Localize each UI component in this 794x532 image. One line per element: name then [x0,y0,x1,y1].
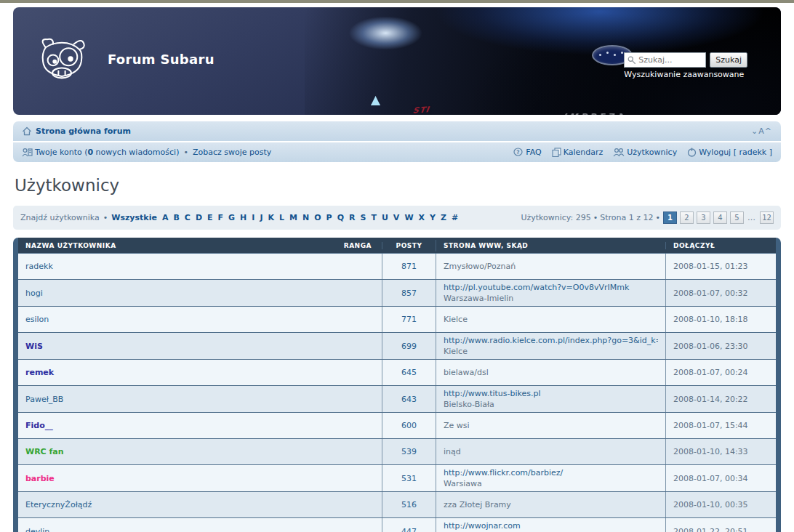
username-link[interactable]: Fido__ [25,421,53,430]
username-link[interactable]: WiS [25,342,43,351]
page-link[interactable]: 2 [680,211,694,224]
logout-link[interactable]: Wyloguj [ radekk ] [687,148,772,157]
letter-link[interactable]: # [452,213,458,222]
joined-date: 2008-01-22, 20:51 [673,527,748,532]
letter-link[interactable]: F [218,213,224,222]
post-count-link[interactable]: 539 [401,447,417,456]
people-icon [613,148,625,157]
letter-link[interactable]: V [393,213,400,222]
account-link[interactable]: Twoje konto (0 nowych wiadomości) [22,148,179,157]
letter-link[interactable]: U [382,213,388,222]
letter-link[interactable]: J [260,213,262,222]
letter-link[interactable]: H [240,213,246,222]
post-count-link[interactable]: 871 [401,262,417,271]
users-count: Użytkownicy: 295 [521,213,590,222]
username-link[interactable]: Paweł_BB [25,395,63,404]
username-link[interactable]: EterycznyŻołądź [25,500,92,509]
letter-link[interactable]: A [162,213,169,222]
letter-link[interactable]: Q [337,213,344,222]
page-link[interactable]: 5 [730,211,744,224]
user-nav-bar: Twoje konto (0 nowych wiadomości) • Zoba… [13,142,781,162]
question-icon: ? [513,148,524,157]
letter-link[interactable]: L [279,213,284,222]
joined-date: 2008-01-10, 14:33 [673,447,748,456]
site-logo-group[interactable]: Forum Subaru [35,35,214,83]
post-count-link[interactable]: 699 [401,342,417,351]
username-link[interactable]: barbie [25,474,55,483]
search-submit-button[interactable]: Szukaj [710,52,747,68]
username-link[interactable]: radekk [25,262,53,271]
svg-text:?: ? [517,149,520,156]
www-column-header[interactable]: STRONA WWW, SKĄD [444,242,658,249]
breadcrumb-home-link[interactable]: Strona główna forum [22,126,131,136]
separator-bullet: • [183,148,188,157]
letter-link[interactable]: T [371,213,377,222]
website-link[interactable]: http://www.titus-bikes.pl [444,388,658,399]
letter-link[interactable]: R [349,213,355,222]
joined-date: 2008-01-07, 00:32 [673,289,748,298]
post-count-link[interactable]: 771 [401,315,417,324]
post-count-link[interactable]: 645 [401,368,417,377]
website-link[interactable]: http://www.flickr.com/barbiez/ [444,467,658,478]
font-size-toggle[interactable]: ⌄A^ [751,126,772,136]
letter-link[interactable]: X [419,213,425,222]
letter-link[interactable]: M [289,213,297,222]
sort-by-posts-header[interactable]: POSTY [396,242,422,249]
website-link[interactable]: http://pl.youtube.com/watch?v=O0v8vVrIMm… [444,282,658,293]
letter-link[interactable]: N [302,213,309,222]
letter-link[interactable]: C [185,213,191,222]
post-count-link[interactable]: 447 [401,527,417,532]
own-posts-link[interactable]: Zobacz swoje posty [193,148,271,157]
letter-link[interactable]: P [326,213,332,222]
find-user-link[interactable]: Znajdź użytkownika [20,213,100,222]
username-link[interactable]: remek [25,368,54,377]
username-link[interactable]: WRC fan [25,447,64,456]
calendar-link[interactable]: Kalendarz [552,148,603,157]
letter-link[interactable]: E [207,213,213,222]
username-link[interactable]: esilon [25,315,49,324]
website-link[interactable]: http://wwojnar.com [444,520,658,531]
sort-by-joined-header[interactable]: DOŁĄCZYŁ [673,242,715,249]
account-label: Twoje konto ( [35,148,87,157]
search-input[interactable] [638,55,702,65]
table-row: EterycznyŻołądź 516 zza Złotej Bramy 200… [18,491,776,517]
letter-link[interactable]: W [404,213,413,222]
website-link[interactable]: http://www.radio.kielce.com.pl/index.php… [444,335,658,346]
joined-date: 2008-01-14, 20:22 [673,395,748,404]
page-link[interactable]: 4 [713,211,727,224]
rank-column-header[interactable]: RANGA [344,242,374,249]
user-account-icon [22,148,33,157]
page-link[interactable]: 1 [663,211,677,224]
joined-date: 2008-01-07, 15:44 [673,421,748,430]
page-link[interactable]: 12 [760,211,774,224]
page-link[interactable]: 3 [697,211,710,224]
table-row: hogi 857 http://pl.youtube.com/watch?v=O… [18,279,776,306]
letter-link[interactable]: B [173,213,179,222]
joined-date: 2008-01-10, 18:18 [673,315,748,324]
table-body: radekk 871 Zmysłowo/Poznań 2008-01-15, 0… [18,253,776,532]
letter-link[interactable]: Y [430,213,436,222]
letter-link[interactable]: K [268,213,274,222]
username-link[interactable]: hogi [25,289,43,298]
letter-link[interactable]: Z [441,213,446,222]
table-row: devlin 447 http://wwojnar.com okolice EP… [18,517,776,532]
page-link: … [747,213,757,222]
post-count-link[interactable]: 857 [401,289,417,298]
table-row: WiS 699 http://www.radio.kielce.com.pl/i… [18,332,776,359]
post-count-link[interactable]: 600 [401,421,417,430]
post-count-link[interactable]: 531 [401,474,417,483]
letter-link[interactable]: O [314,213,321,222]
sort-by-name-header[interactable]: NAZWA UŻYTKOWNIKA [25,242,116,249]
members-link[interactable]: Użytkownicy [613,148,677,157]
username-link[interactable]: devlin [25,527,49,532]
letter-link[interactable]: I [252,213,254,222]
post-count-link[interactable]: 516 [401,500,417,509]
letter-link[interactable]: S [360,213,366,222]
letter-link[interactable]: D [196,213,202,222]
faq-link[interactable]: ? FAQ [513,148,541,157]
letter-link[interactable]: G [228,213,235,222]
post-count-link[interactable]: 643 [401,395,417,404]
advanced-search-link[interactable]: Wyszukiwanie zaawansowane [624,70,747,79]
location-text: bielawa/dsl [444,367,658,378]
filter-all-link[interactable]: Wszystkie [111,213,157,222]
